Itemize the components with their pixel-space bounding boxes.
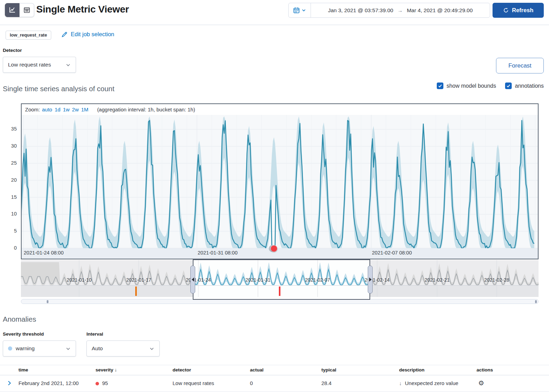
y-axis-tick-label: 5 [0,228,17,234]
chevron-down-icon [66,62,71,68]
page-title: Single Metric Viewer [36,4,129,15]
severity-threshold-label: Severity threshold [3,331,44,337]
interval-select[interactable]: Auto [86,340,160,356]
time-picker: Jan 3, 2021 @ 03:57:39.00 → Mar 4, 2021 … [288,3,490,18]
detector-select[interactable]: Low request rates [3,57,76,73]
anomaly-marker[interactable] [270,245,277,252]
svg-text:2021-01-17: 2021-01-17 [126,277,151,283]
triangle-left-icon [192,277,194,282]
svg-text:2021-02-21: 2021-02-21 [425,277,450,283]
severity-selected-value: warning [16,345,35,352]
forecast-button[interactable]: Forecast [496,58,544,73]
y-axis-tick-label: 25 [0,160,17,166]
zoom-option-1M[interactable]: 1M [81,107,89,112]
column-header-description[interactable]: description [399,367,425,373]
cell-description: ↓Unexpected zero value [399,380,458,386]
y-axis-tick-label: 35 [0,126,17,132]
column-header-detector[interactable]: detector [173,367,191,373]
x-axis-tick-label: 2021-02-07 08:00 [372,250,412,256]
column-header-severity[interactable]: severity ↓ [96,367,117,373]
time-series-chart: Zoom: auto1d1w2w1M (aggregation interval… [21,103,539,259]
arrow-right-icon: → [397,7,403,13]
pencil-icon [61,31,68,38]
time-selection-brush[interactable] [193,259,370,300]
show-model-bounds-label: show model bounds [447,83,496,89]
y-axis-tick-label: 0 [0,245,17,251]
view-toggle [5,3,34,17]
zoom-option-auto[interactable]: auto [42,107,52,112]
zoom-option-1d[interactable]: 1d [55,107,61,112]
column-header-typical[interactable]: typical [321,367,336,373]
column-header-actions: actions [476,367,493,373]
anomalies-heading: Anomalies [3,315,36,323]
series-heading: Single time series analysis of count [3,85,114,93]
scrollbar-handle-right[interactable] [535,300,537,303]
aggregation-note: (aggregation interval: 1h, bucket span: … [97,107,195,112]
detector-label: Detector [3,48,22,53]
triangle-right-icon [369,277,372,282]
refresh-label: Refresh [512,7,533,14]
x-axis-tick-label: 2021-01-24 08:00 [24,250,64,256]
refresh-icon [503,7,509,13]
cell-detector: Low request rates [173,380,214,386]
sort-desc-icon: ↓ [115,367,117,373]
interval-selected-value: Auto [92,345,103,352]
warning-severity-dot [8,346,12,351]
chevron-down-icon [149,346,154,351]
severity-threshold-select[interactable]: warning [3,340,76,356]
chart-zoom-toolbar: Zoom: auto1d1w2w1M (aggregation interval… [22,104,538,115]
table-view-button[interactable] [20,3,34,17]
x-axis-tick-label: 2021-01-31 08:00 [198,250,238,256]
anomaly-table-row[interactable]: February 2nd 2021, 12:00 95 Low request … [0,376,549,392]
expand-row-chevron-icon[interactable] [6,380,12,386]
time-range-end[interactable]: Mar 4, 2021 @ 20:49:29.00 [407,7,473,14]
brush-handle-left[interactable] [190,266,195,293]
svg-text:2021-01-10: 2021-01-10 [67,277,92,283]
row-actions-gear-icon[interactable]: ⚙ [478,379,484,387]
job-badge[interactable]: low_request_rate [6,31,51,40]
interval-label: Interval [86,331,103,337]
annotations-label: annotations [515,83,544,89]
app-header: Single Metric Viewer Jan 3, 2021 @ 03:57… [0,0,549,25]
critical-severity-dot [96,382,99,385]
chart-plot-area[interactable] [22,115,538,248]
anomalies-table-header: time severity ↓ detector actual typical … [0,365,549,375]
zoom-label: Zoom: [25,107,40,112]
scrollbar-handle-left[interactable] [47,300,48,303]
brush-handle-right[interactable] [368,266,373,293]
calendar-icon [293,7,300,14]
table-view-icon [23,6,31,14]
arrow-down-icon: ↓ [399,380,402,386]
y-axis-tick-label: 15 [0,194,17,200]
column-header-actual[interactable]: actual [250,367,264,373]
chevron-down-icon [66,346,71,351]
focus-chart-svg [22,115,538,248]
cell-severity: 95 [96,380,108,386]
checkbox-checked-icon [505,83,512,89]
show-model-bounds-checkbox[interactable]: show model bounds [437,83,496,89]
cell-typical: 28.4 [321,380,331,386]
detector-selected-value: Low request rates [8,62,51,68]
line-chart-icon [8,6,16,14]
navigator-scrollbar[interactable] [21,299,539,304]
cell-actual: 0 [250,380,253,386]
zoom-option-2w[interactable]: 2w [72,107,79,112]
date-picker-toggle[interactable] [289,3,311,17]
y-axis-tick-label: 20 [0,177,17,183]
svg-text:2021-02-28: 2021-02-28 [484,277,509,283]
chart-view-button[interactable] [5,3,20,17]
checkbox-checked-icon [437,83,443,89]
zoom-options: auto1d1w2w1M [42,107,91,112]
zoom-option-1w[interactable]: 1w [63,107,69,112]
cell-time: February 2nd 2021, 12:00 [18,380,79,386]
chevron-down-icon [302,8,306,13]
x-axis-strip: 2021-01-24 08:002021-01-31 08:002021-02-… [22,248,538,259]
y-axis-tick-label: 10 [0,211,17,217]
time-range-start[interactable]: Jan 3, 2021 @ 03:57:39.00 [328,7,393,14]
refresh-button[interactable]: Refresh [493,3,544,18]
y-axis-tick-label: 30 [0,143,17,149]
chart-options: show model bounds annotations [437,83,544,89]
column-header-time[interactable]: time [18,367,28,373]
edit-job-selection-link[interactable]: Edit job selection [61,31,114,38]
annotations-checkbox[interactable]: annotations [505,83,544,89]
